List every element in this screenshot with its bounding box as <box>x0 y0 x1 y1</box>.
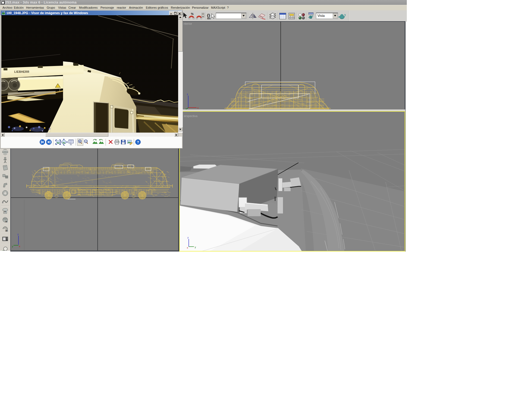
svg-text:nterior: nterior <box>184 22 192 25</box>
svg-text:y: y <box>12 245 13 248</box>
svg-text:y: y <box>195 246 196 249</box>
svg-text:x: x <box>19 245 20 248</box>
svg-text:erspectiva: erspectiva <box>184 114 198 118</box>
svg-text:x: x <box>197 106 199 109</box>
svg-text:?: ? <box>137 140 139 144</box>
svg-text:Vista: Vista <box>317 14 325 18</box>
svg-text:x: x <box>187 246 188 249</box>
svg-text:M: M <box>5 220 8 223</box>
svg-text:%: % <box>191 12 194 15</box>
svg-text:LIEBHERR: LIEBHERR <box>14 70 29 73</box>
svg-text:z: z <box>187 93 188 96</box>
svg-text:y: y <box>185 108 187 109</box>
svg-text:z: z <box>17 233 19 236</box>
svg-text:ABC: ABC <box>207 18 211 20</box>
svg-text:z: z <box>187 236 189 239</box>
svg-text:M: M <box>4 210 6 213</box>
svg-text:M: M <box>6 230 8 232</box>
svg-text:{}: {} <box>207 13 210 18</box>
